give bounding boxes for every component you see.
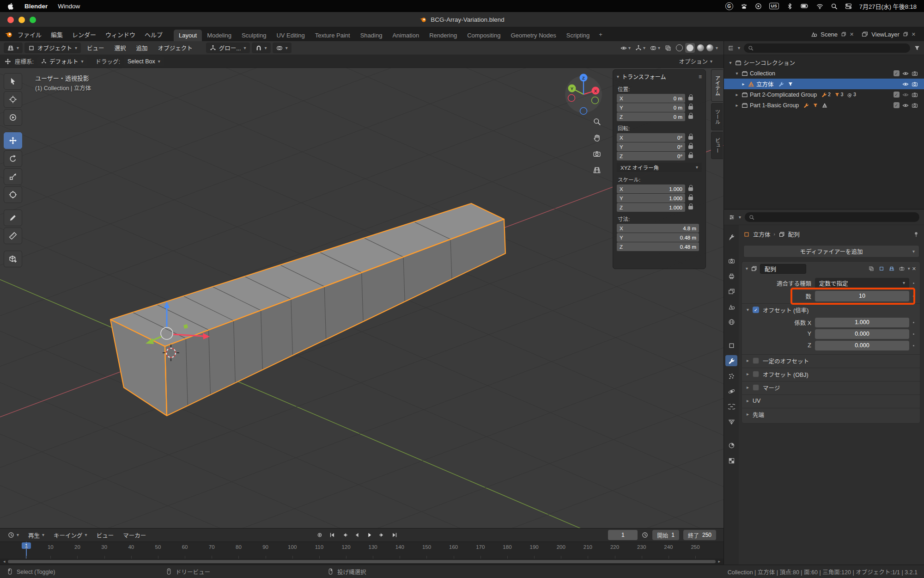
viewport-menu-add[interactable]: 追加 — [132, 43, 152, 52]
tab-physics[interactable] — [725, 386, 737, 397]
location-x-field[interactable]: X0 m — [617, 94, 685, 103]
workspace-tab-compositing[interactable]: Compositing — [462, 30, 505, 41]
lock-icon[interactable] — [688, 136, 693, 140]
menubar-app-name[interactable]: Blender — [24, 3, 48, 10]
paw-icon[interactable] — [741, 3, 748, 10]
workspace-tab-rendering[interactable]: Rendering — [424, 30, 462, 41]
lock-icon[interactable] — [688, 206, 693, 209]
timeline-scrollbar[interactable]: ◂ ▸ — [0, 559, 723, 565]
array-count-field[interactable]: 10 — [815, 291, 909, 301]
lock-icon[interactable] — [688, 145, 693, 149]
breadcrumb-modifier[interactable]: 配列 — [788, 230, 800, 239]
factor-z-field[interactable]: 0.000 — [815, 341, 909, 350]
outliner-search-input[interactable] — [744, 43, 910, 53]
tool-scale[interactable] — [4, 168, 22, 185]
play-circle-icon[interactable] — [755, 3, 762, 10]
tool-annotate[interactable] — [4, 209, 22, 226]
snap-dropdown[interactable]: ▾ — [252, 43, 271, 53]
disable-render-camera-icon[interactable] — [912, 92, 918, 98]
keying-menu[interactable]: キーイング▾ — [49, 531, 91, 540]
chevron-down-icon[interactable]: ▾ — [739, 215, 741, 220]
tool-measure[interactable] — [4, 228, 22, 244]
chevron-down-icon[interactable]: ▾ — [738, 46, 740, 50]
modifier-extras-dropdown[interactable]: ▾ — [908, 266, 910, 271]
view-menu[interactable]: ビュー — [92, 531, 118, 540]
scroll-left-icon[interactable]: ◂ — [3, 560, 6, 564]
drag-mode-dropdown[interactable]: Select Box ▾ — [124, 56, 164, 66]
modifier-name-field[interactable]: 配列 — [760, 264, 806, 274]
coord-system-dropdown[interactable]: デフォルト ▾ — [37, 56, 87, 66]
panel-menu-icon[interactable]: ≡ — [699, 74, 702, 80]
properties-editor-icon[interactable] — [729, 214, 735, 221]
timeline-editor-dropdown[interactable]: ▾ — [4, 532, 23, 538]
tab-render[interactable] — [725, 255, 737, 266]
mode-dropdown[interactable]: オブジェクト ▾ — [24, 43, 81, 53]
spotlight-search-icon[interactable] — [831, 3, 838, 10]
menu-render[interactable]: レンダー — [67, 30, 101, 39]
scrollbar-handle[interactable] — [8, 560, 716, 563]
filter-icon[interactable] — [914, 45, 920, 51]
merge-section[interactable]: ▸ マージ — [742, 381, 920, 394]
play-reverse-button[interactable] — [352, 529, 363, 541]
battery-icon[interactable] — [801, 2, 809, 10]
constant-offset-checkbox[interactable] — [753, 357, 759, 364]
tool-move[interactable] — [4, 132, 22, 149]
dimensions-x-field[interactable]: X4.8 m — [617, 224, 699, 233]
view-layer-selector[interactable]: ViewLayer — [871, 31, 899, 38]
zoom-button[interactable] — [591, 116, 602, 127]
object-offset-checkbox[interactable] — [753, 371, 759, 377]
pan-button[interactable] — [591, 132, 602, 143]
tab-constraints[interactable] — [725, 401, 737, 412]
rotation-y-field[interactable]: Y0° — [617, 142, 685, 151]
prev-keyframe-button[interactable] — [339, 529, 350, 541]
playback-menu[interactable]: 再生▾ — [24, 531, 49, 540]
viewport-menu-view[interactable]: ビュー — [83, 43, 109, 52]
scale-z-field[interactable]: Z1.000 — [617, 203, 685, 212]
disable-render-camera-icon[interactable] — [912, 81, 918, 87]
tool-select-circle[interactable] — [4, 109, 22, 126]
new-view-layer-icon[interactable] — [903, 31, 908, 37]
hide-eye-icon[interactable] — [902, 92, 909, 98]
control-center-icon[interactable] — [845, 3, 852, 10]
lock-icon[interactable] — [688, 115, 693, 119]
lock-icon[interactable] — [688, 187, 693, 191]
transform-orientation-dropdown[interactable]: グロー... ▾ — [206, 43, 250, 53]
lock-icon[interactable] — [688, 154, 693, 158]
proportional-editing-dropdown[interactable]: ▾ — [273, 43, 292, 53]
lock-icon[interactable] — [688, 97, 693, 100]
tab-object-data[interactable] — [725, 416, 737, 427]
wifi-icon[interactable] — [816, 3, 823, 10]
current-frame-field[interactable]: 1 — [608, 530, 638, 540]
sidebar-tab-view[interactable]: ビュー — [711, 132, 723, 159]
dimensions-z-field[interactable]: Z0.48 m — [617, 242, 699, 251]
exclude-checkbox[interactable]: ✓ — [894, 102, 900, 108]
disable-render-camera-icon[interactable] — [912, 102, 918, 109]
merge-checkbox[interactable] — [753, 384, 759, 391]
record-button[interactable] — [314, 529, 325, 541]
object-offset-section[interactable]: ▸ オフセット (OBJ) — [742, 368, 920, 380]
apple-icon[interactable] — [7, 3, 14, 10]
tab-modifiers[interactable] — [725, 355, 737, 366]
grammar-status-icon[interactable]: G — [725, 2, 733, 10]
perspective-toggle-button[interactable] — [591, 165, 602, 176]
factor-x-field[interactable]: 1.000 — [815, 318, 909, 327]
chevron-down-icon[interactable]: ▾ — [746, 266, 748, 271]
lock-icon[interactable] — [688, 197, 693, 200]
offset-relative-checkbox[interactable]: ✓ — [753, 307, 759, 313]
workspace-tab-uv-editing[interactable]: UV Editing — [271, 30, 310, 41]
minimize-window-button[interactable] — [18, 17, 25, 23]
tool-rotate[interactable] — [4, 150, 22, 167]
menu-file[interactable]: ファイル — [13, 30, 46, 39]
tab-tool[interactable] — [725, 232, 737, 243]
caps-section[interactable]: ▸ 先端 — [742, 408, 920, 420]
add-modifier-button[interactable]: モディファイアーを追加 ▾ — [743, 245, 919, 258]
location-z-field[interactable]: Z0 m — [617, 112, 685, 121]
remove-view-layer-icon[interactable]: ✕ — [912, 31, 916, 37]
bluetooth-icon[interactable] — [786, 3, 793, 10]
location-y-field[interactable]: Y0 m — [617, 103, 685, 112]
rotation-mode-dropdown[interactable]: XYZ オイラー角▾ — [617, 163, 702, 172]
outliner-row-cube[interactable]: ▸ 立方体 — [724, 79, 924, 89]
gizmos-dropdown[interactable]: ▾ — [635, 45, 645, 51]
expand-icon[interactable]: ▾ — [733, 71, 741, 76]
outliner-row-part1-group[interactable]: ▸ Part 1-Basic Group ✓ — [724, 100, 924, 111]
